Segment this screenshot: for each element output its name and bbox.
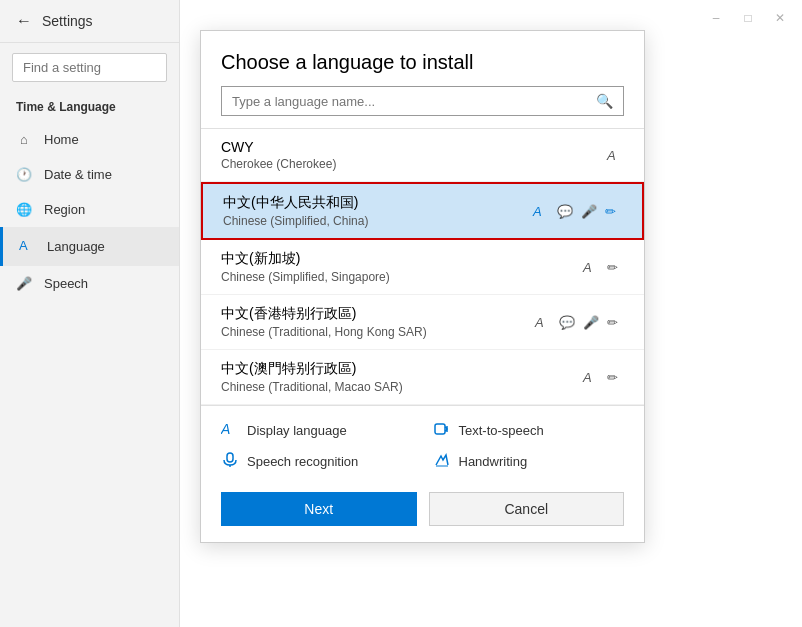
datetime-icon: 🕐 (16, 167, 32, 182)
home-icon: ⌂ (16, 132, 32, 147)
lang-icons-zh-sg: A ✏ (582, 258, 624, 276)
lang-subname-zh-cn: Chinese (Simplified, China) (223, 214, 532, 228)
svg-text:A: A (534, 315, 544, 330)
svg-text:A: A (582, 370, 592, 385)
dialog-buttons: Next Cancel (201, 482, 644, 542)
lang-subname-zh-sg: Chinese (Simplified, Singapore) (221, 270, 582, 284)
lang-name-zh-sg: 中文(新加坡) (221, 250, 582, 268)
sidebar-search-input[interactable] (12, 53, 167, 82)
region-icon: 🌐 (16, 202, 32, 217)
sidebar-item-home[interactable]: ⌂ Home (0, 122, 179, 157)
feature-text-to-speech: Text-to-speech (433, 420, 625, 441)
feature-display-label: Display language (247, 423, 347, 438)
svg-text:✏: ✏ (605, 204, 616, 219)
sidebar-item-language[interactable]: A Language (0, 227, 179, 266)
language-search-box[interactable]: 🔍 (221, 86, 624, 116)
lang-name-cwy: CWY (221, 139, 606, 155)
cancel-button[interactable]: Cancel (429, 492, 625, 526)
handwriting-icon (433, 451, 451, 472)
display-icon-mo: A (582, 368, 600, 386)
language-item-zh-hk[interactable]: 中文(香港特别行政區) Chinese (Traditional, Hong K… (201, 295, 644, 350)
speech-feat-icon: 🎤 (580, 202, 598, 220)
svg-text:A: A (532, 204, 542, 219)
language-item-cwy[interactable]: CWY Cherokee (Cherokee) A (201, 129, 644, 182)
svg-text:✏: ✏ (607, 315, 618, 330)
sidebar-item-datetime[interactable]: 🕐 Date & time (0, 157, 179, 192)
language-icon: A (19, 237, 35, 256)
sidebar-item-label-speech: Speech (44, 276, 88, 291)
speech-icon-hk: 🎤 (582, 313, 600, 331)
hw-icon-sg: ✏ (606, 258, 624, 276)
feature-handwriting: Handwriting (433, 451, 625, 472)
display-lang-icon: A (606, 146, 624, 164)
lang-name-zh-cn: 中文(中华人民共和国) (223, 194, 532, 212)
sidebar-item-label-datetime: Date & time (44, 167, 112, 182)
svg-text:A: A (19, 238, 28, 253)
main-area: – □ ✕ Choose a language to install 🔍 CWY… (180, 0, 802, 627)
feature-handwriting-label: Handwriting (459, 454, 528, 469)
lang-icons-zh-hk: A 💬 🎤 ✏ (534, 313, 624, 331)
language-item-zh-sg[interactable]: 中文(新加坡) Chinese (Simplified, Singapore) … (201, 240, 644, 295)
display-icon-hk: A (534, 313, 552, 331)
svg-text:A: A (606, 148, 616, 163)
hw-icon-mo: ✏ (606, 368, 624, 386)
language-search-input[interactable] (232, 94, 596, 109)
sidebar-item-label-language: Language (47, 239, 105, 254)
sidebar-item-region[interactable]: 🌐 Region (0, 192, 179, 227)
language-install-dialog: Choose a language to install 🔍 CWY Chero… (200, 30, 645, 543)
search-icon: 🔍 (596, 93, 613, 109)
svg-text:✏: ✏ (607, 260, 618, 275)
feature-speech-recognition: Speech recognition (221, 451, 413, 472)
dialog-overlay: Choose a language to install 🔍 CWY Chero… (180, 0, 802, 627)
lang-name-zh-mo: 中文(澳門特别行政區) (221, 360, 582, 378)
svg-rect-16 (227, 453, 233, 462)
svg-text:🎤: 🎤 (583, 314, 600, 331)
display-icon-sg: A (582, 258, 600, 276)
display-lang-feat-icon: A (532, 202, 550, 220)
dialog-title: Choose a language to install (201, 31, 644, 86)
handwriting-feat-icon: ✏ (604, 202, 622, 220)
sidebar: ← Settings Time & Language ⌂ Home 🕐 Date… (0, 0, 180, 627)
sidebar-title: Settings (42, 13, 93, 29)
lang-icons-cwy: A (606, 146, 624, 164)
svg-text:✏: ✏ (607, 370, 618, 385)
svg-text:🎤: 🎤 (581, 203, 598, 220)
display-language-icon: A (221, 420, 239, 441)
sidebar-header: ← Settings (0, 0, 179, 43)
svg-text:A: A (582, 260, 592, 275)
language-item-zh-cn[interactable]: 中文(中华人民共和国) Chinese (Simplified, China) … (201, 182, 644, 240)
sidebar-item-label-home: Home (44, 132, 79, 147)
features-section: A Display language Text-to-speech (201, 405, 644, 482)
hw-icon-hk: ✏ (606, 313, 624, 331)
language-list: CWY Cherokee (Cherokee) A 中文(中华人民共和国) Ch… (201, 128, 644, 405)
speech-recognition-icon (221, 451, 239, 472)
feature-speech-label: Speech recognition (247, 454, 358, 469)
tts-icon (433, 420, 451, 441)
lang-icons-zh-cn: A 💬 🎤 ✏ (532, 202, 622, 220)
lang-subname-cwy: Cherokee (Cherokee) (221, 157, 606, 171)
lang-subname-zh-hk: Chinese (Traditional, Hong Kong SAR) (221, 325, 534, 339)
sidebar-item-speech[interactable]: 🎤 Speech (0, 266, 179, 301)
tts-feat-icon: 💬 (556, 202, 574, 220)
lang-subname-zh-mo: Chinese (Traditional, Macao SAR) (221, 380, 582, 394)
svg-rect-15 (435, 424, 445, 434)
sidebar-section-label: Time & Language (0, 92, 179, 122)
next-button[interactable]: Next (221, 492, 417, 526)
sidebar-item-label-region: Region (44, 202, 85, 217)
feature-tts-label: Text-to-speech (459, 423, 544, 438)
speech-icon: 🎤 (16, 276, 32, 291)
language-item-zh-mo[interactable]: 中文(澳門特别行政區) Chinese (Traditional, Macao … (201, 350, 644, 405)
lang-icons-zh-mo: A ✏ (582, 368, 624, 386)
lang-name-zh-hk: 中文(香港特别行政區) (221, 305, 534, 323)
feature-display-language: A Display language (221, 420, 413, 441)
back-icon[interactable]: ← (16, 12, 32, 30)
svg-text:💬: 💬 (559, 314, 576, 331)
svg-text:A: A (221, 421, 230, 437)
svg-text:💬: 💬 (557, 203, 574, 220)
tts-icon-hk: 💬 (558, 313, 576, 331)
